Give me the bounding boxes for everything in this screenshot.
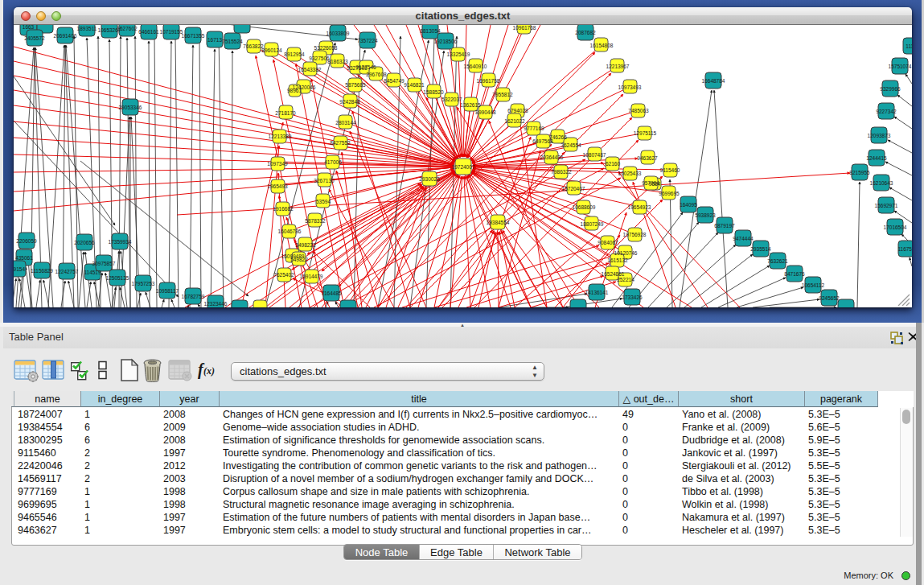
svg-text:8960124: 8960124 [261,47,282,53]
svg-text:39154: 39154 [14,266,25,272]
svg-text:7164485: 7164485 [321,290,342,296]
svg-text:10807487: 10807487 [583,152,606,158]
svg-text:19654923: 19654923 [628,204,651,210]
svg-text:5875685: 5875685 [345,82,366,88]
svg-text:12975115: 12975115 [634,130,657,136]
svg-text:98961: 98961 [287,88,302,93]
svg-text:1965493: 1965493 [267,183,288,189]
svg-text:7632621: 7632621 [767,258,788,264]
svg-text:9127546: 9127546 [355,64,376,70]
svg-text:12093873: 12093873 [868,133,891,138]
svg-text:8990448: 8990448 [475,109,496,115]
svg-text:1615132: 1615132 [607,257,628,263]
svg-text:1621022: 1621022 [504,118,525,124]
svg-text:16961758: 16961758 [477,78,500,84]
svg-text:7663822: 7663822 [243,43,264,49]
svg-text:9115460: 9115460 [660,167,680,173]
svg-text:8471676: 8471676 [784,271,805,277]
svg-text:53594: 53594 [316,199,331,204]
svg-text:2930023: 2930023 [419,176,440,182]
svg-text:8454749: 8454749 [384,78,405,84]
svg-text:9245652: 9245652 [819,295,840,301]
svg-text:8186323: 8186323 [327,59,348,64]
svg-text:3624554: 3624554 [561,142,581,148]
svg-text:2405572: 2405572 [24,35,45,41]
svg-text:8912954: 8912954 [284,51,305,57]
svg-text:62160: 62160 [606,161,620,167]
svg-text:16782759: 16782759 [182,294,205,299]
svg-text:6794028: 6794028 [507,108,528,113]
svg-text:29053346: 29053346 [119,105,142,110]
svg-text:10654112: 10654112 [802,282,825,288]
svg-text:746266: 746266 [549,134,567,140]
svg-text:17016504: 17016504 [884,225,907,230]
svg-text:11156829: 11156829 [31,268,53,274]
svg-text:7357224: 7357224 [357,38,378,43]
svg-text:1244415: 1244415 [866,155,887,161]
svg-text:2087682: 2087682 [575,30,596,35]
svg-text:2020656: 2020656 [74,240,95,245]
svg-text:2803144: 2803144 [335,120,356,126]
svg-text:1112: 1112 [906,43,912,49]
svg-text:6466161: 6466161 [138,29,159,35]
svg-text:17359934: 17359934 [109,239,132,245]
svg-text:435061: 435061 [15,255,33,261]
svg-text:10688609: 10688609 [573,204,596,210]
svg-text:1527602: 1527602 [117,26,138,31]
svg-text:5322037: 5322037 [441,97,462,102]
svg-text:6879197: 6879197 [714,223,735,229]
svg-text:53226058: 53226058 [314,45,338,51]
svg-text:1893511: 1893511 [77,26,97,31]
svg-text:16046786: 16046786 [278,229,302,234]
svg-text:15640910: 15640910 [464,64,487,69]
svg-text:15720407: 15720407 [562,186,585,192]
svg-text:16210643: 16210643 [870,180,893,186]
svg-text:16713: 16713 [207,37,222,43]
svg-text:8427552: 8427552 [330,140,351,146]
svg-text:252214: 252214 [617,277,634,282]
svg-text:20364436: 20364436 [540,154,564,160]
svg-text:7625402: 7625402 [273,272,294,278]
svg-text:10120746: 10120746 [614,250,638,256]
svg-text:957964: 957964 [642,180,659,186]
svg-text:10958117: 10958117 [156,288,179,294]
svg-text:549822: 549822 [290,257,308,262]
svg-text:7515524: 7515524 [222,39,243,44]
svg-text:9329966: 9329966 [880,86,901,92]
svg-text:16033809: 16033809 [326,31,350,36]
svg-text:2718170: 2718170 [275,110,296,116]
svg-text:5938923: 5938923 [695,212,716,218]
svg-text:10973493: 10973493 [618,84,642,90]
svg-text:3267130: 3267130 [314,178,335,183]
svg-text:3498222: 3498222 [295,242,316,248]
svg-text:1097349: 1097349 [267,161,288,167]
svg-text:19724007: 19724007 [452,164,475,170]
svg-text:417006: 417006 [324,159,342,165]
svg-text:114519: 114519 [84,270,101,275]
svg-text:8215955: 8215955 [849,170,870,175]
svg-text:9146821: 9146821 [404,82,425,88]
svg-text:2935514: 2935514 [750,246,771,252]
svg-text:1362615: 1362615 [460,102,481,108]
svg-text:16543382: 16543382 [298,67,322,72]
svg-text:19384554: 19384554 [487,220,510,225]
svg-text:164095: 164095 [680,202,697,208]
svg-text:9327506: 9327506 [309,56,330,61]
svg-text:9699695: 9699695 [659,191,680,196]
svg-text:5878332: 5878332 [305,218,326,224]
svg-text:10961768: 10961768 [513,25,536,31]
svg-text:9227342: 9227342 [876,109,897,114]
svg-text:19756928: 19756928 [623,232,647,237]
svg-text:9777169: 9777169 [524,126,544,131]
svg-text:15692971: 15692971 [875,203,898,208]
svg-text:16524861: 16524861 [602,271,625,277]
svg-text:20691406: 20691406 [54,33,77,39]
svg-text:12213967: 12213967 [606,64,630,69]
svg-text:2967608: 2967608 [366,72,387,77]
svg-text:7485063: 7485063 [628,108,649,113]
svg-text:18807249: 18807249 [581,221,604,227]
svg-text:7986322: 7986322 [551,169,572,175]
svg-text:16154808: 16154808 [590,43,614,48]
svg-text:14136141: 14136141 [585,290,609,295]
svg-text:16648784: 16648784 [702,78,725,84]
